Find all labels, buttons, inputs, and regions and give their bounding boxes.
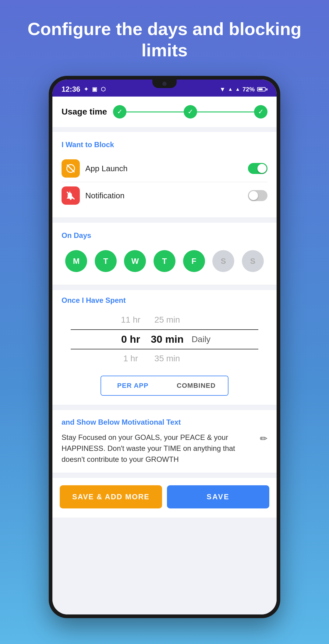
- battery-percent: 72%: [242, 86, 255, 93]
- notch: [152, 80, 177, 88]
- divider-main-2: [52, 285, 277, 285]
- page-title: Configure the days and blocking limits: [0, 0, 329, 76]
- status-bar-right: ▼ ▲ ▲ 72%: [219, 86, 267, 93]
- battery-icon: [257, 87, 267, 91]
- day-sunday[interactable]: S: [242, 250, 264, 272]
- hours-below: 1 hr: [123, 349, 138, 368]
- day-friday[interactable]: F: [183, 250, 205, 272]
- time-picker-section: Once I Have Spent 11 hr 0 hr 1 hr 25 min…: [52, 290, 277, 405]
- block-item-left-notification: Notification: [62, 186, 125, 205]
- day-saturday[interactable]: S: [212, 250, 234, 272]
- svg-point-2: [70, 198, 72, 200]
- mins-above: 25 min: [154, 311, 180, 329]
- days-label: On Days: [62, 231, 267, 240]
- app-launch-icon: [62, 159, 80, 178]
- mode-buttons: PER APP COMBINED: [101, 376, 228, 396]
- step-line-1: [126, 111, 183, 112]
- step-1: ✓: [113, 105, 126, 119]
- day-wednesday[interactable]: W: [124, 250, 146, 272]
- day-thursday[interactable]: T: [154, 250, 175, 272]
- bottom-buttons: SAVE & ADD MORE SAVE: [52, 478, 277, 518]
- app-launch-toggle[interactable]: [248, 163, 267, 174]
- period-column: . Daily .: [186, 312, 217, 367]
- camera: [162, 82, 167, 86]
- phone-inner: 12:36 ✦ ▣ ⬡ ▼ ▲ ▲ 72%: [52, 80, 277, 614]
- block-item-notification: Notification: [62, 182, 267, 209]
- block-section: I Want to Block App Launch: [52, 132, 277, 218]
- block-item-app-launch: App Launch: [62, 155, 267, 182]
- divider-main-3: [52, 405, 277, 405]
- hours-column: 11 hr 0 hr 1 hr: [112, 311, 149, 368]
- step-line-2: [197, 111, 254, 112]
- notification-label: Notification: [85, 191, 125, 200]
- mins-below: 35 min: [154, 349, 180, 368]
- day-tuesday[interactable]: T: [95, 250, 117, 272]
- app-content: Usage time ✓ ✓ ✓ I Want to Block: [52, 97, 277, 614]
- per-app-button[interactable]: PER APP: [101, 376, 164, 395]
- step-title: Usage time: [62, 107, 107, 117]
- wifi-icon: ▼: [219, 86, 225, 93]
- motivational-text-row: Stay Focused on your GOALS, your PEACE &…: [62, 432, 267, 465]
- period-spacer-2: .: [200, 349, 202, 367]
- period-selected[interactable]: Daily: [186, 330, 217, 349]
- save-button[interactable]: SAVE: [167, 485, 269, 508]
- combined-button[interactable]: COMBINED: [164, 376, 228, 395]
- hours-above: 11 hr: [121, 311, 140, 329]
- time-section-label: Once I Have Spent: [62, 296, 267, 305]
- notification-toggle-knob: [249, 191, 258, 200]
- days-row: M T W T F S S: [62, 246, 267, 276]
- screen-icon: ▣: [92, 86, 97, 93]
- notification-toggle[interactable]: [248, 190, 267, 201]
- notification-icon: [62, 186, 80, 205]
- status-time: 12:36: [62, 85, 80, 94]
- divider-main-1: [52, 218, 277, 218]
- motivational-label: and Show Below Motivational Text: [62, 418, 267, 426]
- step-indicators: ✓ ✓ ✓: [113, 105, 267, 119]
- slack-icon: ✦: [84, 86, 88, 93]
- minutes-column: 25 min 30 min 35 min: [149, 311, 186, 368]
- app-launch-label: App Launch: [85, 164, 128, 173]
- app-launch-toggle-knob: [257, 164, 267, 173]
- phone-frame: 12:36 ✦ ▣ ⬡ ▼ ▲ ▲ 72%: [49, 76, 280, 618]
- save-add-button[interactable]: SAVE & ADD MORE: [60, 485, 162, 508]
- day-monday[interactable]: M: [65, 250, 87, 272]
- svg-line-1: [67, 165, 74, 172]
- time-picker-container: 11 hr 0 hr 1 hr 25 min 30 min 35 min . D…: [62, 311, 267, 368]
- edit-icon[interactable]: ✏: [260, 433, 267, 444]
- step-3: ✓: [254, 105, 267, 119]
- period-spacer: .: [200, 312, 202, 330]
- status-bar-left: 12:36 ✦ ▣ ⬡: [62, 85, 106, 94]
- block-item-left-app-launch: App Launch: [62, 159, 128, 178]
- mins-selected[interactable]: 30 min: [151, 329, 184, 349]
- block-section-label: I Want to Block: [62, 140, 267, 149]
- shield-icon: ⬡: [101, 86, 106, 93]
- step-2: ✓: [184, 105, 197, 119]
- signal-icon-2: ▲: [235, 87, 240, 92]
- divider-main-4: [52, 473, 277, 473]
- days-section: On Days M T W T F S S: [52, 223, 277, 285]
- status-bar: 12:36 ✦ ▣ ⬡ ▼ ▲ ▲ 72%: [52, 80, 277, 97]
- hours-selected[interactable]: 0 hr: [121, 329, 140, 349]
- step-bar: Usage time ✓ ✓ ✓: [52, 97, 277, 127]
- motivational-section: and Show Below Motivational Text Stay Fo…: [52, 410, 277, 473]
- signal-icon-1: ▲: [228, 87, 233, 92]
- motivational-text: Stay Focused on your GOALS, your PEACE &…: [62, 432, 260, 465]
